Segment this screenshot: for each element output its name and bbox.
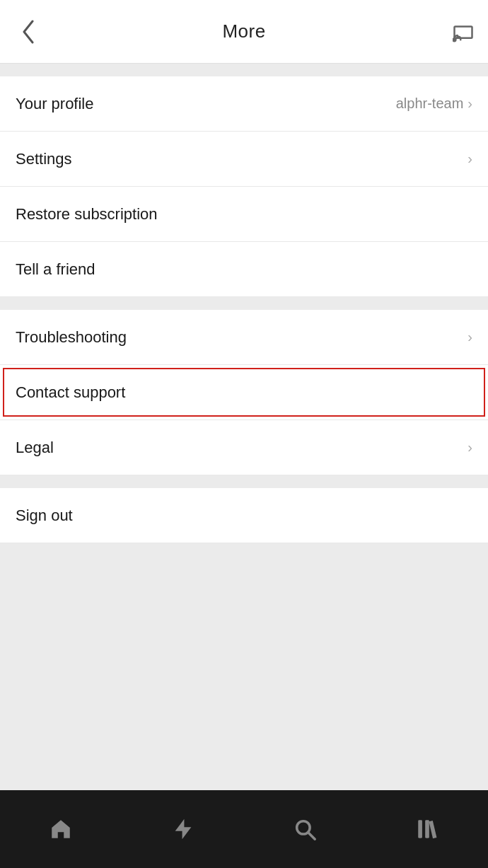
chevron-icon: › — [467, 329, 472, 345]
cast-button[interactable] — [446, 21, 474, 42]
header: More — [0, 0, 488, 64]
svg-line-4 — [308, 833, 315, 839]
restore-subscription-label: Restore subscription — [16, 205, 158, 224]
settings-label: Settings — [16, 150, 72, 168]
menu-item-tell-a-friend[interactable]: Tell a friend — [0, 242, 488, 297]
svg-rect-5 — [418, 820, 422, 838]
legal-label: Legal — [16, 439, 54, 457]
menu-item-troubleshooting[interactable]: Troubleshooting › — [0, 310, 488, 365]
contact-support-label: Contact support — [16, 383, 125, 402]
home-icon — [49, 817, 73, 841]
your-profile-label: Your profile — [16, 95, 93, 113]
svg-point-1 — [453, 38, 456, 41]
chevron-icon: › — [467, 439, 472, 456]
menu-item-legal[interactable]: Legal › — [0, 420, 488, 475]
lightning-icon — [171, 817, 195, 841]
your-profile-value: alphr-team — [396, 96, 464, 112]
svg-marker-2 — [175, 819, 191, 839]
menu-item-settings[interactable]: Settings › — [0, 132, 488, 187]
menu-item-contact-support[interactable]: Contact support — [0, 365, 488, 420]
library-icon — [415, 817, 439, 841]
content-spacer — [0, 543, 488, 790]
back-button[interactable] — [14, 20, 42, 44]
page-title: More — [222, 21, 265, 42]
svg-rect-6 — [425, 820, 429, 838]
nav-library[interactable] — [406, 808, 448, 850]
menu-item-restore-subscription[interactable]: Restore subscription — [0, 187, 488, 242]
nav-lightning[interactable] — [162, 808, 204, 850]
troubleshooting-label: Troubleshooting — [16, 328, 127, 347]
section-divider-2 — [0, 297, 488, 310]
nav-search[interactable] — [284, 808, 326, 850]
tell-a-friend-label: Tell a friend — [16, 260, 95, 279]
menu-item-your-profile[interactable]: Your profile alphr-team › — [0, 76, 488, 132]
nav-home[interactable] — [40, 808, 82, 850]
chevron-icon: › — [467, 96, 472, 112]
sign-out-label: Sign out — [16, 507, 73, 525]
search-icon — [293, 817, 317, 841]
section-divider-3 — [0, 475, 488, 488]
chevron-icon: › — [467, 151, 472, 167]
bottom-nav — [0, 790, 488, 868]
menu-item-sign-out[interactable]: Sign out — [0, 488, 488, 543]
section-divider-1 — [0, 64, 488, 76]
